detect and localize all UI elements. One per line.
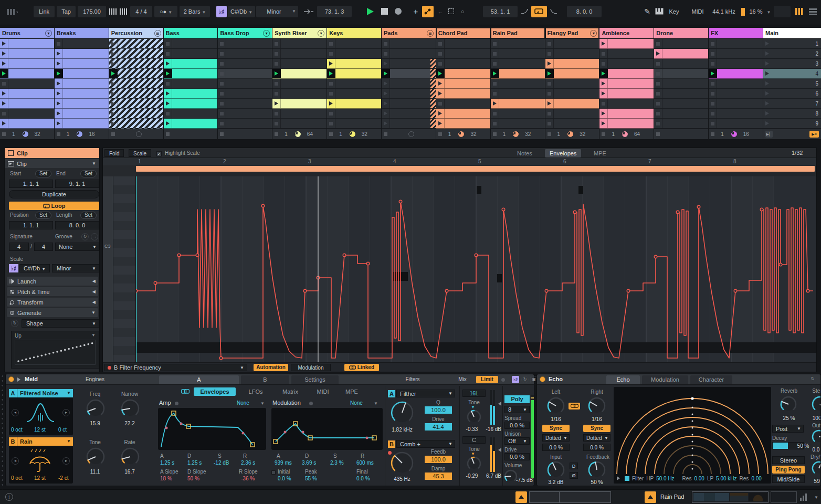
clip-launch-button[interactable] — [218, 99, 226, 108]
shape-curve-graph[interactable] — [15, 340, 96, 365]
clip-slot[interactable] — [218, 99, 272, 109]
envelope-target-menu[interactable]: B Filter Frequency▼ — [104, 364, 247, 371]
track-status-cell[interactable] — [164, 129, 218, 139]
rate-value[interactable]: 16.7 — [114, 469, 145, 475]
shape-menu[interactable]: Shape▼ — [22, 319, 99, 328]
track-header-fx[interactable]: FX — [709, 28, 763, 39]
clip-launch-button[interactable] — [599, 119, 608, 128]
meld-tab-b[interactable]: B — [241, 375, 289, 384]
clip-slot[interactable] — [164, 99, 218, 109]
mod-attack-value[interactable]: 939 ms — [275, 460, 292, 466]
clip-launch-button[interactable] — [545, 59, 554, 68]
clip-launch-button[interactable] — [55, 39, 63, 48]
envelope-link-icon[interactable] — [179, 387, 192, 396]
engine-a-menu[interactable]: Filtered Noise▼ — [17, 389, 73, 397]
group-menu-icon[interactable]: ☰ — [427, 30, 434, 37]
app-logo-icon[interactable] — [4, 6, 20, 17]
clip-slot[interactable] — [709, 109, 763, 119]
mix-b-gain-handle[interactable] — [496, 448, 501, 452]
new-midi-clip-icon[interactable]: + — [412, 6, 420, 17]
clip-slot[interactable] — [436, 69, 490, 79]
scene-slot[interactable]: 4 — [763, 69, 821, 79]
clip-launch-button[interactable] — [436, 59, 445, 68]
clip-slot[interactable] — [654, 89, 708, 99]
clip-slot[interactable] — [218, 109, 272, 119]
engine-a-cents[interactable]: 0 ct — [58, 427, 67, 433]
clip-slot[interactable] — [327, 59, 381, 69]
filter-b-damp-value[interactable]: 45.3 — [425, 472, 452, 480]
arrangement-view-toggle-icon[interactable] — [807, 6, 818, 17]
clip-slot[interactable] — [327, 69, 381, 79]
echo-tab-character[interactable]: Character — [690, 375, 732, 384]
grid-resolution-label[interactable]: 1/32 — [792, 150, 803, 156]
clip-launch-button[interactable] — [327, 59, 335, 68]
clip-slot[interactable] — [218, 69, 272, 79]
filter-a-type-menu[interactable]: Filther▼ — [396, 390, 455, 397]
scene-play-icon[interactable] — [763, 69, 772, 78]
track-header-rain-pad[interactable]: Rain Pad — [491, 28, 545, 39]
chevron-down-icon[interactable]: ▼ — [590, 30, 597, 37]
clip-slot[interactable] — [218, 39, 272, 49]
track-status-cell[interactable]: 116 — [709, 129, 763, 139]
engine-a-prev-icon[interactable]: ◂ — [12, 409, 19, 416]
clip-slot[interactable] — [0, 69, 54, 79]
clip-slot[interactable] — [109, 39, 163, 49]
echo-left-offset-value[interactable]: 0.0 % — [542, 444, 570, 451]
fold-button[interactable]: Fold — [104, 149, 124, 157]
clip-launch-button[interactable] — [0, 39, 8, 48]
clip-slot[interactable] — [654, 49, 708, 59]
clip-slot[interactable] — [0, 39, 54, 49]
record-button[interactable] — [393, 6, 403, 17]
clip-slot[interactable] — [272, 69, 327, 79]
amp-env-graph[interactable] — [158, 408, 266, 450]
session-record-icon[interactable]: ○ — [458, 6, 467, 17]
engine-a-next-icon[interactable]: ▸ — [62, 409, 70, 416]
capture-midi-icon[interactable] — [446, 6, 456, 17]
loop-start-field[interactable]: 53. 1. 1 — [483, 6, 518, 17]
clip-slot[interactable] — [436, 109, 490, 119]
pitch-time-section[interactable]: Pitch & Time◀ — [7, 287, 98, 296]
clip-launch-button[interactable] — [545, 99, 554, 108]
filter-b-feedb-value[interactable]: 100.0 — [425, 456, 452, 463]
clip-launch-button[interactable] — [709, 89, 717, 98]
signature-denominator-field[interactable]: 4 — [34, 243, 53, 251]
clip-root-menu[interactable]: C#/Db ▼ — [19, 264, 50, 272]
set-start-button[interactable]: Set — [35, 170, 51, 177]
clip-slot[interactable] — [491, 99, 545, 109]
mix-a-gain-handle[interactable] — [496, 402, 501, 406]
clip-launch-button[interactable] — [218, 89, 226, 98]
track-stop-icon[interactable] — [548, 132, 551, 136]
clip-launch-button[interactable] — [382, 99, 390, 108]
clip-launch-button[interactable] — [0, 89, 8, 98]
piano-roll-column[interactable] — [113, 176, 136, 362]
clip-launch-button[interactable] — [272, 109, 281, 118]
midi-map-button[interactable]: MIDI — [688, 6, 708, 17]
clip-launch-button[interactable] — [491, 99, 499, 108]
clip-position-field[interactable]: 1. 1. 1 — [9, 221, 53, 229]
clip-slot[interactable] — [327, 89, 381, 99]
echo-filter-on-icon[interactable] — [625, 476, 629, 481]
echo-feedback-knob[interactable] — [587, 460, 606, 480]
clip-launch-button[interactable] — [709, 69, 717, 78]
clip-slot[interactable] — [55, 99, 109, 109]
clip-launch-button[interactable] — [218, 109, 226, 118]
clip-launch-button[interactable] — [654, 99, 662, 108]
clip-slot[interactable] — [55, 89, 109, 99]
clip-slot[interactable] — [55, 69, 109, 79]
clip-slot[interactable] — [545, 99, 599, 109]
session-view-toggle-icon[interactable] — [794, 6, 804, 17]
clip-slot[interactable] — [491, 119, 545, 129]
clip-launch-button[interactable] — [545, 39, 554, 48]
clip-launch-button[interactable] — [654, 119, 662, 128]
clip-launch-button[interactable] — [709, 99, 717, 108]
track-stop-icon[interactable] — [384, 132, 387, 136]
clip-launch-button[interactable] — [709, 119, 717, 128]
clip-scale-icon[interactable]: ♭♯ — [9, 264, 18, 272]
clip-slot[interactable] — [654, 39, 708, 49]
clip-slot[interactable] — [545, 119, 599, 129]
clip-launch-button[interactable] — [654, 59, 662, 68]
global-drive-value[interactable]: 0.0 % — [504, 453, 530, 460]
play-button[interactable] — [364, 6, 376, 17]
regenerate-icon[interactable]: ↻ — [11, 320, 18, 327]
loop-button[interactable]: Loop — [9, 202, 99, 210]
